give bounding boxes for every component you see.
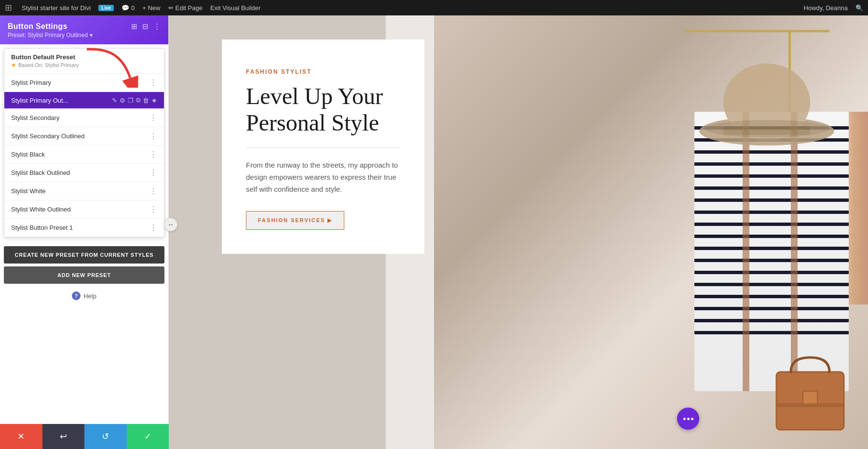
wp-logo-icon[interactable]: ⊞ [5,2,12,13]
panel-header-actions: ⊞ ⊟ ⋮ [131,22,161,31]
list-item[interactable]: Stylist Secondary ⋮ [4,109,164,127]
list-item[interactable]: Stylist White ⋮ [4,182,164,200]
copy-preset-icon[interactable]: ⧉ [136,96,140,104]
preset-options-icon[interactable]: ⋮ [149,186,157,196]
default-preset-label: Button Default Preset [11,53,157,61]
svg-rect-8 [776,403,844,407]
dot-menu-dots [683,418,693,420]
fashion-body: From the runway to the streets, my appro… [246,159,400,195]
footer-bar: ✕ ↩ ↺ ✓ [0,424,169,449]
hat-illustration [694,35,839,179]
preset-options-icon[interactable]: ⋮ [149,223,157,232]
close-button[interactable]: ✕ [0,424,42,449]
help-icon: ? [72,291,81,300]
settings-preset-icon[interactable]: ⚙ [120,97,125,104]
panel-bottom: CREATE NEW PRESET FROM CURRENT STYLES AD… [0,241,168,288]
preset-options-icon[interactable]: ⋮ [149,205,157,214]
list-item[interactable]: Stylist White Outlined ⋮ [4,200,164,219]
edit-preset-icon[interactable]: ✎ [112,97,117,104]
resize-handle[interactable]: ↔ [164,218,177,231]
default-preset-based-on: ★ Based On: Stylist Primary [11,62,157,68]
fashion-card: FASHION STYLIST Level Up Your Personal S… [222,40,424,254]
fashion-divider [246,147,400,148]
live-badge: Live [98,5,114,11]
close-icon: ✕ [17,431,25,442]
panel-title: Button Settings [8,22,93,31]
list-item[interactable]: Stylist Button Preset 1 ⋮ [4,219,164,237]
redo-button[interactable]: ↺ [84,424,127,449]
list-item[interactable]: Stylist Black ⋮ [4,145,164,164]
comment-icon: 💬 [122,4,129,12]
rack-horizontal [685,30,829,32]
preset-dropdown-panel: Button Default Preset ★ Based On: Stylis… [4,48,164,238]
search-icon[interactable]: 🔍 [855,4,863,12]
preset-options-icon[interactable]: ⋮ [149,150,157,159]
edit-icon: ✏ [168,4,174,12]
create-preset-button[interactable]: CREATE NEW PRESET FROM CURRENT STYLES [4,246,164,264]
list-item[interactable]: Stylist Black Outlined ⋮ [4,164,164,182]
main-layout: Button Settings Preset: Stylist Primary … [0,15,868,449]
delete-preset-icon[interactable]: 🗑 [143,97,149,104]
grid-icon[interactable]: ⊟ [142,22,149,31]
window-icon[interactable]: ⊞ [131,22,137,31]
bg-image-area [434,15,868,449]
preset-label[interactable]: Preset: Stylist Primary Outlined ▾ [8,32,93,39]
star-preset-icon[interactable]: ★ [151,97,157,104]
fashion-services-button[interactable]: FASHION SERVICES ▶ [246,211,344,230]
comment-count[interactable]: 💬 0 [122,4,135,12]
duplicate-preset-icon[interactable]: ❐ [128,97,134,104]
list-item[interactable]: Stylist Primary ⋮ [4,74,164,92]
redo-icon: ↺ [102,431,109,442]
fashion-tag: FASHION STYLIST [246,68,400,75]
left-panel: Button Settings Preset: Stylist Primary … [0,15,169,449]
undo-button[interactable]: ↩ [42,424,85,449]
user-greeting: Howdy, Deanna [803,4,848,12]
dot-menu-button[interactable] [677,408,699,430]
help-link[interactable]: ? Help [0,288,168,304]
edit-page-button[interactable]: ✏ Edit Page [168,4,203,12]
default-preset-item[interactable]: Button Default Preset ★ Based On: Stylis… [4,49,164,74]
add-preset-button[interactable]: ADD NEW PRESET [4,266,164,284]
preset-options-icon[interactable]: ⋮ [149,78,157,87]
site-name[interactable]: Stylist starter site for Divi [22,4,91,12]
preset-list: Stylist Primary ⋮ Stylist Primary Out...… [4,74,164,237]
menu-icon[interactable]: ⋮ [153,22,161,31]
list-item[interactable]: Stylist Secondary Outlined ⋮ [4,127,164,145]
preset-options-icon[interactable]: ⋮ [149,132,157,141]
undo-icon: ↩ [60,431,67,442]
exit-builder-button[interactable]: Exit Visual Builder [210,4,261,12]
right-content: FASHION STYLIST Level Up Your Personal S… [169,15,868,449]
save-button[interactable]: ✓ [127,424,169,449]
active-preset-actions: ✎ ⚙ ❐ ⧉ 🗑 ★ [112,96,157,104]
preset-options-icon[interactable]: ⋮ [149,168,157,177]
svg-point-4 [704,120,829,137]
preset-dropdown-icon[interactable]: ▾ [90,32,93,39]
bag-illustration [772,348,849,435]
save-icon: ✓ [144,431,151,442]
panel-header: Button Settings Preset: Stylist Primary … [0,15,168,44]
star-icon: ★ [11,62,16,68]
fashion-title: Level Up Your Personal Style [246,83,400,136]
list-item[interactable]: Stylist Primary Out... ✎ ⚙ ❐ ⧉ 🗑 ★ [4,92,164,109]
help-label: Help [83,292,96,300]
preset-options-icon[interactable]: ⋮ [149,113,157,122]
wp-admin-bar: ⊞ Stylist starter site for Divi Live 💬 0… [0,0,868,15]
panel-header-left: Button Settings Preset: Stylist Primary … [8,22,93,39]
new-button[interactable]: + New [142,4,160,12]
